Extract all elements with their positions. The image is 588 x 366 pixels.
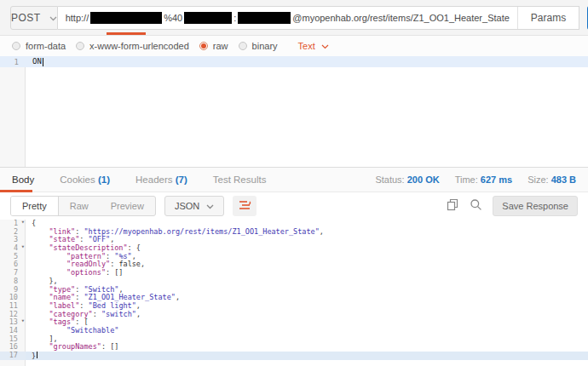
tab-count-badge: (7) — [176, 174, 187, 185]
radio-label: raw — [213, 41, 228, 51]
chevron-down-icon — [206, 201, 214, 211]
tab-count-badge: (1) — [98, 174, 110, 185]
redacted-block — [238, 12, 291, 24]
radio-icon — [239, 42, 247, 50]
meta-value: 627 ms — [481, 174, 512, 185]
line-number: 17 — [0, 352, 26, 360]
line-number: 1▾ — [0, 220, 26, 228]
meta-value: 483 B — [551, 174, 576, 185]
response-language-label: JSON — [175, 201, 199, 211]
raw-format-select[interactable]: Text — [298, 41, 329, 51]
editor-line: 1ON — [0, 56, 588, 67]
line-number: 4▾ — [0, 244, 26, 253]
line-number: 5 — [0, 253, 26, 261]
response-tab-body[interactable]: Body — [12, 174, 34, 185]
editor-lines: 1ON — [0, 56, 588, 67]
line-number: 1 — [0, 58, 26, 66]
line-number: 2 — [0, 228, 26, 237]
request-bar: POST http://%40:@myopenhab.org/rest/item… — [0, 0, 588, 36]
url-group: http://%40:@myopenhab.org/rest/items/Z1_… — [58, 6, 579, 30]
body-mode-radio-x-www-form-urlencoded[interactable]: x-www-form-urlencoded — [76, 41, 189, 51]
meta-status: Status: 200 OK — [375, 174, 439, 185]
fold-caret-icon[interactable]: ▾ — [21, 243, 25, 252]
code-line: 14 "Switchable" — [0, 327, 588, 335]
fold-caret-icon[interactable]: ▾ — [21, 220, 25, 227]
copy-button[interactable] — [447, 198, 459, 214]
url-text-segment: @myopenhab.org/rest/items/Z1_OO1_Heater_… — [292, 13, 510, 23]
radio-label: binary — [252, 41, 278, 51]
response-header: BodyCookies (1)Headers (7)Test Results S… — [0, 167, 588, 192]
search-icon — [470, 198, 482, 214]
radio-label: x-www-form-urlencoded — [89, 41, 189, 51]
view-tab-preview[interactable]: Preview — [100, 197, 155, 215]
beautify-button[interactable] — [233, 196, 257, 216]
request-body-editor[interactable]: 1ON — [0, 56, 588, 167]
code-line-text: } — [26, 352, 37, 360]
code-line-text: "groupNames": [] — [26, 343, 118, 352]
search-button[interactable] — [470, 198, 482, 214]
beautify-icon — [239, 198, 251, 214]
text-cursor — [43, 58, 43, 66]
response-tab-test-results[interactable]: Test Results — [213, 174, 267, 185]
chevron-down-icon — [321, 41, 329, 51]
url-text-segment: %40 — [164, 13, 182, 23]
chevron-down-icon — [49, 12, 57, 24]
response-meta: Status: 200 OKTime: 627 msSize: 483 B — [375, 174, 576, 185]
toolbar-right: Save Response — [447, 196, 578, 216]
meta-time: Time: 627 ms — [455, 174, 512, 185]
body-mode-radio-raw[interactable]: raw — [199, 41, 228, 51]
radio-label: form-data — [26, 41, 66, 51]
line-number: 7 — [0, 269, 26, 277]
response-toolbar: PrettyRawPreview JSON Save Respons — [0, 192, 588, 220]
editor-gutter — [0, 56, 26, 167]
line-number: 6 — [0, 260, 26, 269]
radio-icon — [199, 42, 208, 50]
method-label: POST — [11, 12, 41, 24]
url-text-segment: : — [233, 13, 236, 23]
response-tab-cookies[interactable]: Cookies (1) — [60, 174, 110, 185]
params-button[interactable]: Params — [517, 7, 579, 29]
url-text-segment: http:// — [66, 13, 89, 23]
radio-icon — [76, 42, 84, 50]
line-number: 8 — [0, 277, 26, 286]
radio-icon — [12, 42, 20, 50]
text-cursor — [37, 352, 37, 358]
response-body-viewer[interactable]: 1▾{2 "link": "https://myopenhab.org/rest… — [0, 220, 588, 366]
url-input[interactable]: http://%40:@myopenhab.org/rest/items/Z1_… — [58, 7, 517, 29]
raw-format-label: Text — [298, 41, 315, 51]
fold-caret-icon[interactable]: ▾ — [21, 317, 25, 326]
request-body-tab-underline — [107, 32, 146, 35]
response-code-lines: 1▾{2 "link": "https://myopenhab.org/rest… — [0, 220, 588, 360]
body-mode-row: form-datax-www-form-urlencodedrawbinary … — [0, 36, 588, 56]
copy-icon — [447, 198, 459, 214]
code-line: 7 "options": [] — [0, 269, 588, 277]
view-tab-pretty[interactable]: Pretty — [11, 197, 59, 215]
body-mode-radios: form-datax-www-form-urlencodedrawbinary — [12, 41, 288, 51]
editor-line-text: ON — [26, 57, 43, 66]
code-line: 16 "groupNames": [] — [0, 343, 588, 352]
response-view-tabs: PrettyRawPreview — [10, 196, 156, 216]
meta-value: 200 OK — [407, 174, 440, 185]
response-body-tab-underline — [0, 190, 32, 192]
response-tab-headers[interactable]: Headers (7) — [135, 174, 187, 185]
meta-size: Size: 483 B — [527, 174, 576, 185]
body-mode-radio-form-data[interactable]: form-data — [12, 41, 66, 51]
redacted-block — [184, 12, 232, 24]
response-language-select[interactable]: JSON — [164, 196, 224, 216]
save-response-button[interactable]: Save Response — [493, 196, 578, 216]
body-mode-radio-binary[interactable]: binary — [239, 41, 278, 51]
view-tab-raw[interactable]: Raw — [59, 197, 100, 215]
redacted-block — [90, 12, 162, 24]
method-select[interactable]: POST — [10, 6, 58, 30]
code-line: 17} — [0, 352, 588, 360]
response-tabs: BodyCookies (1)Headers (7)Test Results — [12, 174, 291, 185]
